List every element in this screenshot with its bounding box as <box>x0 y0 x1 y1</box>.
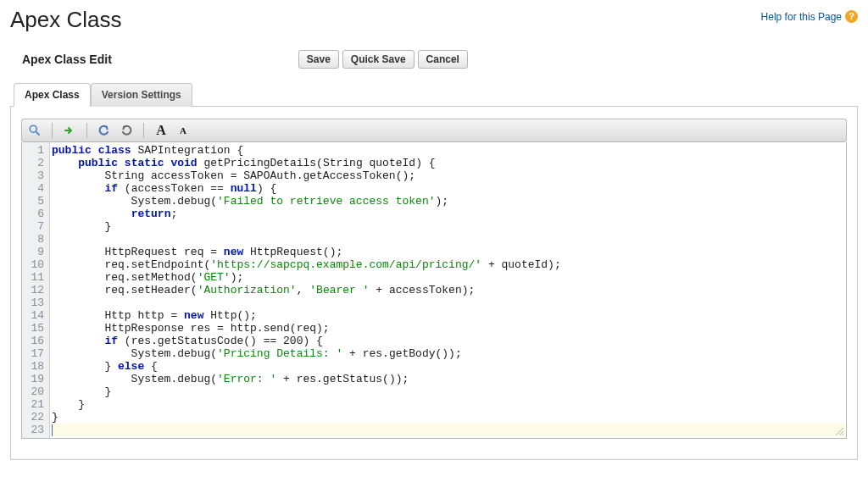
line-number: 15 <box>25 322 44 335</box>
line-number: 16 <box>25 335 44 347</box>
help-link[interactable]: Help for this Page ? <box>761 10 858 23</box>
toolbar-separator <box>52 123 53 138</box>
line-number: 3 <box>25 169 44 182</box>
code-line[interactable] <box>52 233 846 246</box>
line-number: 12 <box>25 284 44 296</box>
code-line[interactable]: } <box>52 398 846 411</box>
line-number: 1 <box>25 144 44 157</box>
line-number: 23 <box>25 424 44 436</box>
help-icon: ? <box>845 10 858 23</box>
code-line[interactable]: } else { <box>52 360 846 373</box>
code-line[interactable]: Http http = new Http(); <box>52 309 846 322</box>
code-line[interactable]: req.setMethod('GET'); <box>52 271 846 284</box>
line-number: 22 <box>25 411 44 424</box>
font-size-decrease-icon[interactable]: A <box>175 123 191 138</box>
code-line[interactable] <box>52 296 846 309</box>
code-line[interactable]: req.setEndpoint('https://sapcpq.example.… <box>52 258 846 271</box>
line-number: 10 <box>25 258 44 271</box>
help-link-label: Help for this Page <box>761 11 842 23</box>
code-editor[interactable]: 1234567891011121314151617181920212223 pu… <box>21 142 847 439</box>
code-line[interactable]: HttpResponse res = http.send(req); <box>52 322 846 335</box>
line-number: 8 <box>25 233 44 246</box>
code-line[interactable] <box>52 424 846 436</box>
code-line[interactable]: public static void getPricingDetails(Str… <box>52 157 846 169</box>
save-button[interactable]: Save <box>298 50 339 69</box>
page-title: Apex Class <box>10 7 122 33</box>
line-number: 2 <box>25 157 44 169</box>
tab-apex-class[interactable]: Apex Class <box>14 83 91 107</box>
line-number: 19 <box>25 373 44 385</box>
line-number: 20 <box>25 385 44 398</box>
line-number: 9 <box>25 246 44 258</box>
line-number: 14 <box>25 309 44 322</box>
cancel-button[interactable]: Cancel <box>418 50 468 69</box>
tabs: Apex Class Version Settings <box>10 82 858 107</box>
search-icon[interactable] <box>27 123 42 138</box>
svg-line-1 <box>36 131 39 135</box>
line-number-gutter: 1234567891011121314151617181920212223 <box>22 142 50 438</box>
resize-handle-icon[interactable] <box>834 426 844 436</box>
code-toolbar: A A <box>21 119 847 142</box>
line-number: 21 <box>25 398 44 411</box>
line-number: 13 <box>25 296 44 309</box>
cursor <box>52 424 53 436</box>
go-to-line-icon[interactable] <box>62 123 77 138</box>
code-line[interactable]: } <box>52 220 846 233</box>
code-line[interactable]: } <box>52 411 846 424</box>
editor-panel: A A 123456789101112131415161718192021222… <box>10 107 858 460</box>
code-line[interactable]: } <box>52 385 846 398</box>
subheader-title: Apex Class Edit <box>22 53 112 66</box>
code-line[interactable]: if (accessToken == null) { <box>52 182 846 195</box>
line-number: 5 <box>25 195 44 208</box>
line-number: 18 <box>25 360 44 373</box>
font-size-increase-icon[interactable]: A <box>153 123 169 138</box>
quick-save-button[interactable]: Quick Save <box>342 50 415 69</box>
code-body[interactable]: public class SAPIntegration { public sta… <box>50 142 846 438</box>
line-number: 4 <box>25 182 44 195</box>
code-line[interactable]: System.debug('Failed to retrieve access … <box>52 195 846 208</box>
line-number: 17 <box>25 347 44 360</box>
code-line[interactable]: HttpRequest req = new HttpRequest(); <box>52 246 846 258</box>
code-line[interactable]: System.debug('Pricing Details: ' + res.g… <box>52 347 846 360</box>
code-line[interactable]: req.setHeader('Authorization', 'Bearer '… <box>52 284 846 296</box>
code-line[interactable]: return; <box>52 208 846 220</box>
undo-icon[interactable] <box>97 123 112 138</box>
svg-line-4 <box>842 434 843 435</box>
redo-icon[interactable] <box>119 123 134 138</box>
toolbar-separator <box>86 123 87 138</box>
code-line[interactable]: if (res.getStatusCode() == 200) { <box>52 335 846 347</box>
line-number: 11 <box>25 271 44 284</box>
code-line[interactable]: String accessToken = SAPOAuth.getAccessT… <box>52 169 846 182</box>
tab-version-settings[interactable]: Version Settings <box>91 83 192 107</box>
line-number: 6 <box>25 208 44 220</box>
code-line[interactable]: public class SAPIntegration { <box>52 144 846 157</box>
toolbar-separator <box>143 123 144 138</box>
code-line[interactable]: System.debug('Error: ' + res.getStatus()… <box>52 373 846 385</box>
line-number: 7 <box>25 220 44 233</box>
